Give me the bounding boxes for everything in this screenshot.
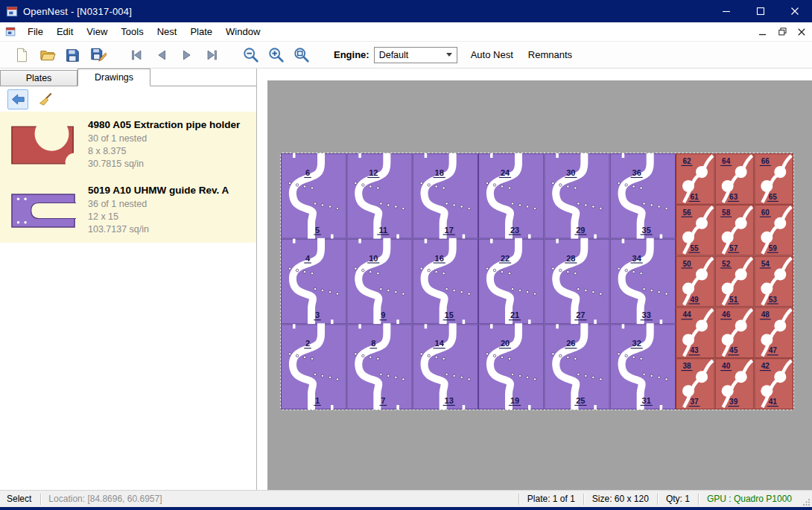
part-title: 5019 A10 UHMW guide Rev. A [88, 185, 229, 196]
remnants-button[interactable]: Remnants [521, 45, 580, 64]
uhmw-guide-part-pair[interactable]: 2625 [545, 323, 609, 409]
main-toolbar: Engine: Default Auto Nest Remnants [0, 42, 812, 68]
uhmw-guide-part-pair[interactable]: 109 [347, 238, 412, 325]
part-number-label: 3 [315, 310, 320, 319]
menu-nest[interactable]: Nest [150, 23, 184, 40]
uhmw-guide-part-pair[interactable]: 2423 [479, 153, 544, 240]
uhmw-guide-part-pair[interactable]: 3029 [545, 153, 609, 240]
part-number-label: 49 [690, 296, 699, 304]
resize-grip[interactable] [800, 491, 812, 508]
menu-window[interactable]: Window [219, 23, 267, 40]
pipe-holder-part-pair[interactable]: 6665 [755, 154, 793, 205]
zoom-out-icon[interactable] [238, 44, 264, 66]
mode-indicator: Select [0, 494, 40, 504]
uhmw-guide-part-pair[interactable]: 3635 [610, 153, 675, 240]
chevron-down-icon [446, 53, 452, 57]
zoom-in-icon[interactable] [264, 44, 289, 66]
pipe-holder-part-pair[interactable]: 4241 [755, 359, 793, 409]
save-as-icon[interactable] [85, 44, 110, 66]
pipe-holder-part-pair[interactable]: 3837 [676, 359, 715, 409]
new-document-icon[interactable] [9, 44, 34, 66]
uhmw-guide-part-pair[interactable]: 3433 [610, 238, 675, 325]
mdi-restore-icon[interactable] [773, 25, 791, 39]
gpu-indicator: GPU : Quadro P1000 [699, 494, 800, 504]
uhmw-guide-part-pair[interactable]: 1413 [413, 323, 478, 409]
import-back-arrow-icon[interactable] [7, 89, 28, 109]
pipe-holder-part-pair[interactable]: 4039 [715, 359, 754, 409]
close-icon[interactable] [778, 0, 812, 22]
engine-selected-value: Default [379, 50, 409, 60]
pipe-holder-part-pair[interactable]: 5655 [676, 205, 715, 255]
maximize-icon[interactable] [743, 0, 778, 22]
list-item-uhmw-guide[interactable]: 5019 A10 UHMW guide Rev. A 36 of 1 neste… [0, 177, 256, 243]
part-number-label: 22 [501, 254, 510, 263]
pipe-holder-part-pair[interactable]: 4645 [715, 307, 754, 358]
tab-plates[interactable]: Plates [0, 70, 77, 86]
part-number-label: 59 [769, 244, 778, 252]
title-bar: OpenNest - [N0317-004] [0, 0, 812, 22]
uhmw-guide-part-pair[interactable]: 65 [282, 153, 346, 240]
pipe-holder-part-pair[interactable]: 5251 [715, 256, 754, 307]
pipe-holder-part-pair[interactable]: 5049 [676, 256, 715, 307]
nest-viewport[interactable]: 6512111817242330293635431091615222128273… [267, 80, 812, 490]
uhmw-guide-part-pair[interactable]: 2019 [479, 323, 544, 409]
part-number-label: 38 [682, 362, 691, 370]
part-number-label: 28 [566, 254, 575, 263]
part-number-label: 60 [761, 208, 770, 217]
part-number-label: 42 [761, 362, 770, 370]
uhmw-guide-part-pair[interactable]: 87 [347, 323, 412, 409]
uhmw-guide-part-pair[interactable]: 2221 [479, 238, 544, 325]
pipe-holder-part-pair[interactable]: 6261 [676, 154, 715, 205]
part-number-label: 8 [371, 339, 375, 348]
uhmw-guide-part-pair[interactable]: 1817 [413, 153, 478, 240]
part-number-label: 10 [369, 254, 378, 263]
pipe-holder-part-pair[interactable]: 5857 [715, 205, 754, 255]
part-number-label: 62 [682, 157, 691, 165]
save-floppy-icon[interactable] [60, 44, 85, 66]
part-number-label: 13 [445, 396, 454, 405]
pipe-holder-part-pair[interactable]: 5453 [755, 256, 793, 307]
uhmw-guide-part-pair[interactable]: 1615 [413, 238, 478, 325]
engine-select[interactable]: Default [374, 47, 457, 63]
part-number-label: 21 [510, 310, 519, 319]
nest-canvas-area: 6512111817242330293635431091615222128273… [257, 68, 812, 490]
minimize-icon[interactable] [709, 0, 743, 22]
mdi-close-icon[interactable] [793, 25, 811, 39]
clean-broom-icon[interactable] [35, 89, 56, 109]
part-number-label: 55 [690, 244, 699, 252]
last-plate-icon[interactable] [200, 44, 225, 66]
part-number-label: 37 [690, 398, 699, 406]
list-item-extraction-pipe-holder[interactable]: 4980 A05 Extraction pipe holder 30 of 1 … [0, 112, 256, 177]
part-number-label: 7 [381, 396, 385, 405]
menu-edit[interactable]: Edit [50, 23, 80, 40]
uhmw-guide-part-pair[interactable]: 3231 [610, 323, 675, 409]
part-number-label: 11 [379, 226, 388, 235]
uhmw-guide-part-pair[interactable]: 2827 [545, 238, 609, 325]
pipe-holder-part-pair[interactable]: 6059 [755, 205, 793, 255]
first-plate-icon[interactable] [124, 44, 149, 66]
plate[interactable]: 6512111817242330293635431091615222128273… [280, 153, 794, 410]
uhmw-guide-part-pair[interactable]: 43 [282, 238, 346, 325]
plate-size: Size: 60 x 120 [584, 494, 657, 504]
zoom-fit-icon[interactable] [289, 44, 314, 66]
menu-plate[interactable]: Plate [183, 23, 219, 40]
part-number-label: 15 [445, 310, 454, 319]
next-plate-icon[interactable] [174, 44, 200, 66]
open-folder-icon[interactable] [34, 44, 60, 66]
previous-plate-icon[interactable] [149, 44, 174, 66]
pipe-holder-part-pair[interactable]: 4443 [676, 307, 715, 358]
menu-tools[interactable]: Tools [114, 23, 150, 40]
part-number-label: 64 [722, 157, 731, 165]
part-number-label: 30 [566, 168, 575, 177]
pipe-holder-part-pair[interactable]: 4847 [755, 307, 793, 358]
menu-file[interactable]: File [21, 23, 50, 40]
menu-view[interactable]: View [80, 23, 114, 40]
part-number-label: 39 [729, 398, 738, 406]
uhmw-guide-part-pair[interactable]: 1211 [347, 153, 412, 240]
part-area: 103.7137 sq/in [88, 223, 229, 236]
auto-nest-button[interactable]: Auto Nest [463, 45, 521, 64]
mdi-minimize-icon[interactable] [754, 25, 772, 39]
pipe-holder-part-pair[interactable]: 6463 [715, 154, 754, 205]
uhmw-guide-part-pair[interactable]: 21 [282, 323, 346, 409]
tab-drawings[interactable]: Drawings [77, 68, 150, 86]
